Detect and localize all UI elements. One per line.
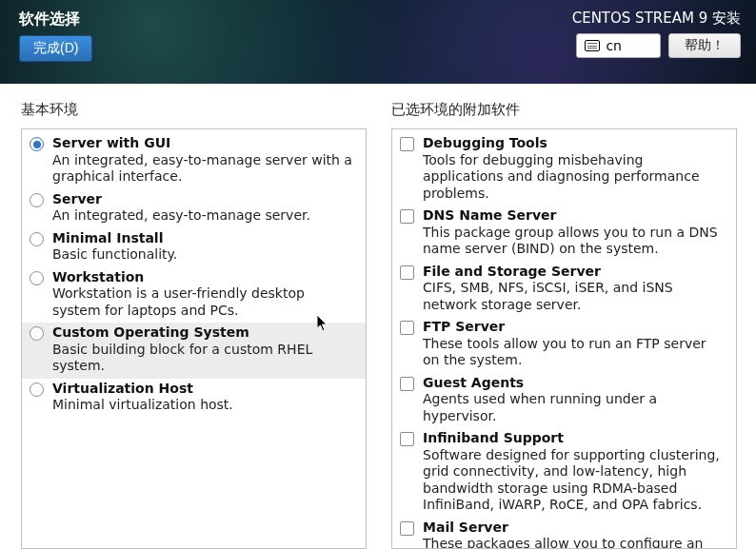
radio-server[interactable] <box>30 193 44 207</box>
option-title: Guest Agents <box>423 375 726 392</box>
env-option-minimal[interactable]: Minimal InstallBasic functionality. <box>22 228 366 267</box>
radio-server-gui[interactable] <box>30 137 44 151</box>
checkbox-debugging-tools[interactable] <box>400 137 414 151</box>
option-title: File and Storage Server <box>423 264 726 281</box>
base-environment-column: 基本环境 Server with GUIAn integrated, easy-… <box>21 101 367 549</box>
radio-virt-host[interactable] <box>30 382 44 397</box>
keyboard-layout-label: cn <box>606 38 622 53</box>
option-title: Server <box>52 191 356 208</box>
page-title: 软件选择 <box>19 10 92 29</box>
option-title: DNS Name Server <box>423 207 726 225</box>
option-desc: These packages allow you to configure an… <box>423 536 726 549</box>
option-desc: Workstation is a user-friendly desktop s… <box>52 285 356 319</box>
help-button[interactable]: 帮助！ <box>668 33 741 58</box>
install-title: CENTOS STREAM 9 安装 <box>572 10 741 28</box>
base-environment-title: 基本环境 <box>21 101 367 119</box>
addons-list[interactable]: Debugging ToolsTools for debugging misbe… <box>391 128 737 549</box>
addons-title: 已选环境的附加软件 <box>391 101 737 119</box>
header: 软件选择 完成(D) CENTOS STREAM 9 安装 cn 帮助！ <box>0 0 756 84</box>
checkbox-ftp-server[interactable] <box>400 321 414 335</box>
option-title: Mail Server <box>423 520 726 537</box>
addon-option-mail-server[interactable]: Mail ServerThese packages allow you to c… <box>392 518 736 550</box>
radio-minimal[interactable] <box>30 232 44 246</box>
option-desc: Basic functionality. <box>52 246 356 264</box>
radio-workstation[interactable] <box>30 271 44 285</box>
env-option-virt-host[interactable]: Virtualization HostMinimal virtualizatio… <box>22 379 366 418</box>
option-title: Debugging Tools <box>423 135 726 152</box>
option-title: Virtualization Host <box>52 381 356 398</box>
env-option-server-gui[interactable]: Server with GUIAn integrated, easy-to-ma… <box>22 133 366 189</box>
option-desc: This package group allows you to run a D… <box>423 225 726 258</box>
option-desc: Basic building block for a custom RHEL s… <box>52 342 356 375</box>
option-desc: CIFS, SMB, NFS, iSCSI, iSER, and iSNS ne… <box>423 280 726 313</box>
addon-option-dns-name-server[interactable]: DNS Name ServerThis package group allows… <box>392 206 736 262</box>
option-title: Infiniband Support <box>423 430 726 447</box>
radio-custom-os[interactable] <box>30 326 44 341</box>
option-desc: Tools for debugging misbehaving applicat… <box>423 152 726 203</box>
addon-option-ftp-server[interactable]: FTP ServerThese tools allow you to run a… <box>392 317 736 373</box>
env-option-custom-os[interactable]: Custom Operating SystemBasic building bl… <box>22 323 366 379</box>
option-title: Custom Operating System <box>52 324 356 342</box>
keyboard-indicator[interactable]: cn <box>576 33 661 58</box>
addon-option-file-storage-server[interactable]: File and Storage ServerCIFS, SMB, NFS, i… <box>392 262 736 318</box>
addon-option-guest-agents[interactable]: Guest AgentsAgents used when running und… <box>392 373 736 429</box>
keyboard-icon <box>585 40 600 51</box>
base-environment-list[interactable]: Server with GUIAn integrated, easy-to-ma… <box>21 128 367 549</box>
option-desc: These tools allow you to run an FTP serv… <box>423 336 726 369</box>
env-option-server[interactable]: ServerAn integrated, easy-to-manage serv… <box>22 189 366 228</box>
option-title: Server with GUI <box>52 135 356 152</box>
checkbox-guest-agents[interactable] <box>400 377 414 391</box>
addon-option-debugging-tools[interactable]: Debugging ToolsTools for debugging misbe… <box>392 133 736 206</box>
option-desc: An integrated, easy-to-manage server wit… <box>52 152 356 186</box>
checkbox-mail-server[interactable] <box>400 521 414 536</box>
done-button[interactable]: 完成(D) <box>19 35 92 62</box>
option-title: Workstation <box>52 269 356 286</box>
checkbox-dns-name-server[interactable] <box>400 209 414 224</box>
addon-option-infiniband[interactable]: Infiniband SupportSoftware designed for … <box>392 428 736 518</box>
env-option-workstation[interactable]: WorkstationWorkstation is a user-friendl… <box>22 267 366 324</box>
content: 基本环境 Server with GUIAn integrated, easy-… <box>0 84 756 549</box>
option-desc: An integrated, easy-to-manage server. <box>52 207 356 225</box>
option-desc: Agents used when running under a hypervi… <box>423 391 726 424</box>
checkbox-infiniband[interactable] <box>400 432 414 446</box>
option-desc: Minimal virtualization host. <box>52 397 356 414</box>
option-desc: Software designed for supporting cluster… <box>423 447 726 514</box>
addons-column: 已选环境的附加软件 Debugging ToolsTools for debug… <box>391 101 737 549</box>
checkbox-file-storage-server[interactable] <box>400 265 414 280</box>
option-title: Minimal Install <box>52 230 356 247</box>
option-title: FTP Server <box>423 319 726 336</box>
